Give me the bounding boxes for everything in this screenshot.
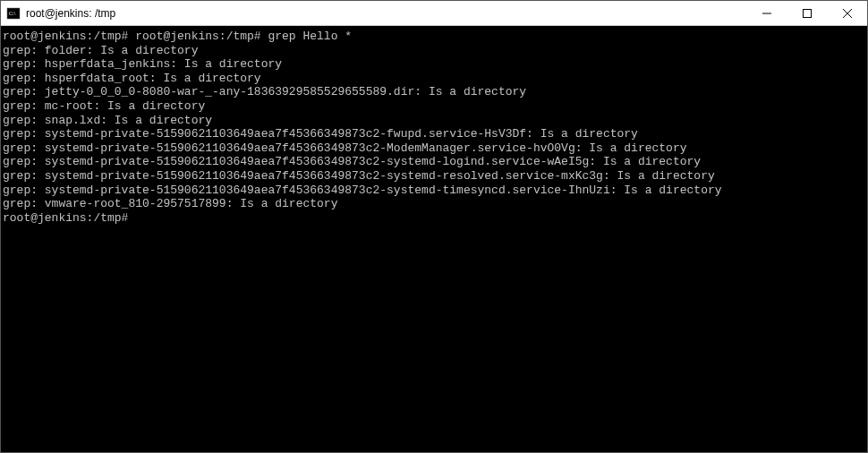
terminal-line: grep: snap.lxd: Is a directory	[1, 114, 867, 128]
terminal-line: root@jenkins:/tmp#	[1, 211, 867, 226]
svg-rect-3	[803, 9, 811, 17]
terminal-line: grep: systemd-private-51590621103649aea7…	[1, 127, 867, 141]
window-title: root@jenkins: /tmp	[26, 7, 115, 20]
terminal-line: grep: mc-root: Is a directory	[1, 99, 867, 114]
cmd-icon: C:\	[6, 6, 21, 21]
window-titlebar: C:\ root@jenkins: /tmp	[1, 1, 867, 26]
terminal-line: grep: systemd-private-51590621103649aea7…	[1, 184, 867, 198]
terminal-line: grep: folder: Is a directory	[1, 44, 867, 58]
terminal-line: grep: hsperfdata_root: Is a directory	[1, 72, 867, 86]
terminal-line: grep: jetty-0_0_0_0-8080-war-_-any-18363…	[1, 85, 867, 99]
titlebar-controls	[746, 1, 867, 25]
terminal-line: grep: hsperfdata_jenkins: Is a directory	[1, 57, 867, 72]
terminal-line: grep: systemd-private-51590621103649aea7…	[1, 141, 867, 156]
minimize-button[interactable]	[746, 1, 787, 25]
titlebar-left: C:\ root@jenkins: /tmp	[6, 6, 115, 21]
terminal-line: grep: vmware-root_810-2957517899: Is a d…	[1, 197, 867, 211]
close-button[interactable]	[827, 1, 867, 25]
terminal-line: grep: systemd-private-51590621103649aea7…	[1, 169, 867, 184]
terminal-line: grep: systemd-private-51590621103649aea7…	[1, 155, 867, 169]
maximize-button[interactable]	[787, 1, 827, 25]
terminal-line: root@jenkins:/tmp# root@jenkins:/tmp# gr…	[1, 30, 867, 44]
terminal-output[interactable]: root@jenkins:/tmp# root@jenkins:/tmp# gr…	[1, 26, 867, 452]
svg-text:C:\: C:\	[9, 11, 16, 16]
